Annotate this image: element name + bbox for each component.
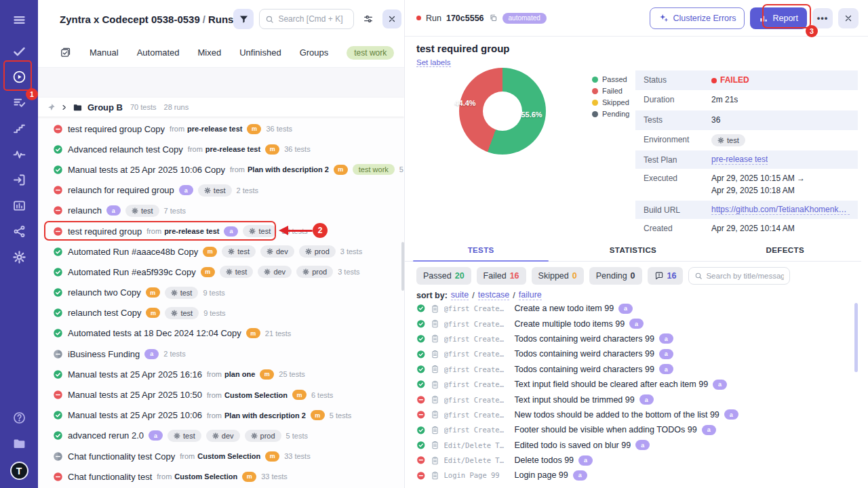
runs-tab-manual[interactable]: Manual [90,47,119,58]
menu-icon [12,13,26,27]
test-row[interactable]: Edit/Delete T…Edited todo is saved on bl… [416,438,854,453]
run-row[interactable]: relaunch for required groupatest2 tests [38,180,404,201]
more-options-button[interactable]: ••• [812,8,833,28]
chevron-right-icon[interactable] [60,104,68,111]
run-row[interactable]: Chat functionality testfromCustom Select… [38,466,404,487]
info-link[interactable]: pre-release test [711,155,768,165]
tab-tests[interactable]: TESTS [405,241,557,261]
gear-small-icon [264,268,271,275]
gear-small-icon [717,137,724,144]
runs-tab-unfinished[interactable]: Unfinished [239,47,281,58]
run-row[interactable]: relaunch two Copymtest9 tests [38,283,404,303]
user-avatar[interactable]: T [10,462,28,480]
canceled-icon [53,451,63,462]
test-row[interactable]: @first Create…Text input field should be… [416,377,854,392]
run-row[interactable]: Manual tests at 25 Apr 2025 10:06fromPla… [38,405,404,426]
test-row[interactable]: @first Create…New todos should be added … [416,407,854,422]
test-row[interactable]: @first Create…Todos containing weird cha… [416,362,854,377]
run-row[interactable]: Automated Run #aaace48b Copymtestdevprod… [38,241,404,262]
run-tests-count: 3 tests [340,247,362,256]
test-row[interactable]: @first Create…Create a new todo item 99a [416,301,854,316]
close-icon [388,15,396,23]
sidebar-item-runs[interactable] [5,64,33,89]
runs-tab-automated[interactable]: Automated [137,47,180,58]
sort-link-suite[interactable]: suite [451,290,469,300]
sidebar-item-reports[interactable] [5,192,33,218]
run-title: relaunch two Copy [68,287,141,298]
set-labels-link[interactable]: Set labels [416,58,451,67]
filter-chip-pending[interactable]: Pending0 [589,267,642,285]
report-button[interactable]: Report [750,7,807,29]
steps-icon [12,121,26,136]
tests-list: @first Create…Create a new todo item 99a… [416,301,854,483]
chip-count: 20 [455,271,465,281]
sidebar-item-steps[interactable] [5,115,33,141]
tab-statistics[interactable]: STATISTICS [557,241,709,261]
sidebar-item-plans[interactable] [5,89,33,115]
info-link[interactable]: https://github.com/TetianaKhomenko/Lo... [711,205,850,215]
automated-badge: a [578,455,593,466]
sort-row: sort by: suite/testcase/failure [416,290,542,300]
failed-icon [53,390,63,400]
test-row[interactable]: Login Page 99Login page 99a [416,468,854,483]
report-label: Report [772,14,798,23]
run-row[interactable]: test required groupfrompre-release testa… [38,221,404,241]
legend-item-passed: Passed [592,75,629,83]
run-row[interactable]: Manual tests at 25 Apr 2025 16:16frompla… [38,364,404,384]
filter-chip-skipped[interactable]: Skipped0 [532,267,584,285]
passed-icon [53,287,63,298]
sidebar-item-import[interactable] [5,167,33,192]
sidebar-item-tests[interactable] [5,38,33,64]
runs-search[interactable] [259,9,354,29]
filter-chip-failed[interactable]: Failed16 [477,267,526,285]
tests-search-input[interactable] [706,272,784,280]
run-row[interactable]: test required group Copyfrompre-release … [38,119,404,139]
ellipsis-icon: ••• [817,13,829,23]
tag-filter-chip[interactable]: test work [347,46,394,60]
runs-tab-mixed[interactable]: Mixed [198,47,222,58]
copy-icon[interactable] [489,14,498,22]
sidebar-item-help[interactable] [5,405,33,430]
tests-list-scrollbar[interactable] [854,303,858,372]
tab-defects[interactable]: DEFECTS [709,241,861,261]
annotation-arrow-shaft [288,230,313,232]
run-row[interactable]: Manual tests at 25 Apr 2025 10:50fromCus… [38,384,404,405]
run-row[interactable]: Chat functionality test CopyfromCustom S… [38,446,404,466]
run-tests-count: 33 tests [261,472,288,481]
run-row[interactable]: advanced rerun 2.0atestdevprod5 tests [38,426,404,446]
run-detail-close-button[interactable] [838,8,859,28]
test-row[interactable]: @first Create…Footer should be visible w… [416,422,854,437]
group-row[interactable]: Group B 70 tests 28 runs [38,98,404,117]
run-row[interactable]: Automated tests at 18 Dec 2024 12:04 Cop… [38,323,404,344]
filter-chip-passed[interactable]: Passed20 [416,267,471,285]
filter-button[interactable] [233,9,254,29]
run-row[interactable]: Manual tests at 25 Apr 2025 10:06 Copyfr… [38,159,404,180]
sort-link-failure[interactable]: failure [519,290,542,300]
run-row[interactable]: relaunchatest7 tests [38,201,404,221]
comments-chip[interactable]: 16 [648,267,684,285]
sidebar-item-menu[interactable] [5,7,33,33]
tests-search[interactable] [688,267,790,285]
sidebar-item-analytics[interactable] [5,141,33,167]
test-row[interactable]: @first Create…Todos containing weird cha… [416,331,854,346]
clusterize-errors-button[interactable]: Clusterize Errors [650,7,745,29]
run-row[interactable]: Automated Run #ea5f939c Copymtestdevprod… [38,262,404,282]
sidebar-item-projects[interactable] [5,430,33,456]
select-all-icon[interactable] [60,47,71,58]
clipboard-icon [431,441,439,449]
test-row[interactable]: @first Create…Create multiple todo items… [416,316,854,331]
runs-search-input[interactable] [278,14,348,24]
runs-panel-close-button[interactable] [382,9,401,28]
test-suite: Edit/Delete T… [444,456,510,464]
test-row[interactable]: @first Create…Text input should be trimm… [416,392,854,407]
runs-tab-groups[interactable]: Groups [300,47,329,58]
sort-link-testcase[interactable]: testcase [478,290,510,300]
test-row[interactable]: @first Create…Todos containing weird cha… [416,346,854,361]
sidebar-item-settings[interactable] [5,244,33,270]
sidebar-item-branches[interactable] [5,218,33,244]
test-row[interactable]: Edit/Delete T…Delete todos 99a [416,453,854,468]
view-settings-button[interactable] [359,10,377,28]
run-row[interactable]: iBusiness Fundinga2 tests [38,344,404,364]
run-row[interactable]: Advanced relaunch test Copyfrompre-relea… [38,139,404,159]
run-row[interactable]: relaunch test Copymtest9 tests [38,303,404,323]
